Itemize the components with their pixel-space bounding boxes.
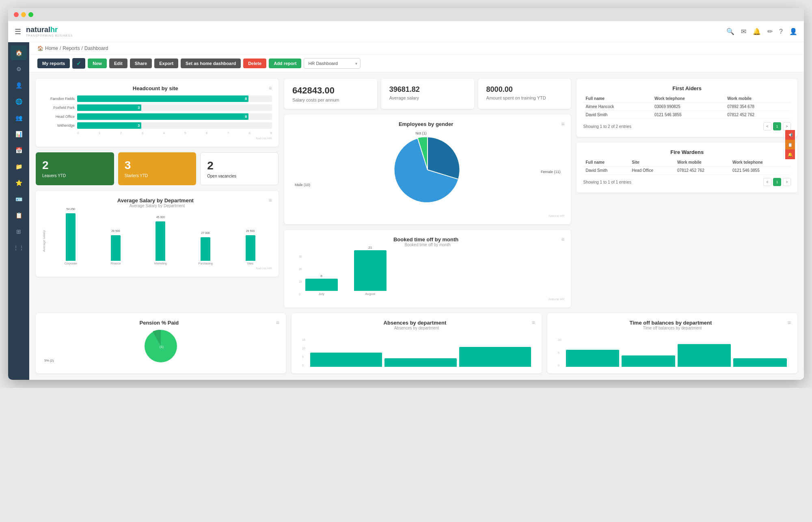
col-work-tel: Work telephone [652, 95, 725, 103]
new-button[interactable]: New [88, 58, 107, 68]
fire-wardens-showing: Showing 1 to 1 of 1 entries [583, 180, 631, 184]
fire-wardens-header-row: Full name Site Work mobile Work telephon… [583, 158, 791, 167]
sidebar-item-chart[interactable]: 📊 [11, 127, 27, 141]
kpi-vacancies-label: Open vacancies [207, 174, 272, 178]
avg-salary-yaxis: Average salary [42, 212, 46, 270]
edit-button[interactable]: Edit [109, 58, 127, 68]
absences-bars [310, 338, 531, 367]
sidebar-item-badge[interactable]: 🪪 [11, 192, 27, 206]
gender-title: Employees by gender [291, 121, 561, 127]
vbar-container: 54 250 Corporate 29 500 [48, 212, 272, 265]
maximize-btn[interactable] [28, 12, 33, 17]
side-btn-1[interactable]: 📢 [785, 130, 795, 140]
vbar-purchasing: 27 000 Purchasing [184, 237, 227, 265]
absences-menu-icon[interactable]: ≡ [532, 319, 535, 326]
gender-label-female: Female (11) [541, 170, 561, 174]
headcount-chart: Farndon Fields 8 Foxfield Park 3 [42, 95, 272, 140]
stat-training-label: Amount spent on training YTD [486, 95, 563, 100]
add-report-button[interactable]: Add report [269, 58, 301, 68]
export-button[interactable]: Export [154, 58, 178, 68]
next-page-button[interactable]: > [783, 122, 791, 130]
side-btn-3[interactable]: 🔔 [785, 149, 795, 159]
gender-pie [387, 129, 468, 210]
prev-page-button[interactable]: < [763, 178, 771, 186]
booked-menu-icon[interactable]: ≡ [561, 236, 564, 243]
breadcrumb-sep1: / [60, 45, 61, 51]
logo-text: naturalhr [26, 26, 73, 34]
side-notification-btns: 📢 📋 🔔 [785, 130, 795, 159]
stat-training-value: 8000.00 [486, 85, 563, 94]
sidebar-item-settings[interactable]: ⚙ [11, 62, 27, 76]
sidebar-item-star[interactable]: ⭐ [11, 175, 27, 190]
first-aiders-table: Full name Work telephone Work mobile Aim… [583, 95, 791, 119]
sidebar-item-globe[interactable]: 🌐 [11, 94, 27, 109]
gender-card: Employees by gender ≡ [284, 115, 571, 224]
dashboard-select[interactable]: HR Dashboard [304, 58, 361, 69]
sidebar-item-home[interactable]: 🏠 [11, 45, 27, 60]
side-btn-2[interactable]: 📋 [785, 140, 795, 149]
tob-bar1 [566, 350, 620, 367]
hamburger-icon[interactable]: ☰ [15, 27, 21, 36]
sidebar-item-list[interactable]: 📋 [11, 208, 27, 223]
sidebar-item-person[interactable]: 👤 [11, 78, 27, 93]
gender-menu-icon[interactable]: ≡ [561, 121, 564, 127]
abs-bar1 [310, 353, 382, 367]
stat-salary-value: 642843.00 [292, 85, 369, 96]
vbar-fill: 27 000 [201, 237, 210, 261]
check-button[interactable]: ✓ [72, 58, 85, 69]
cell-name: David Smith [583, 111, 652, 119]
close-btn[interactable] [14, 12, 19, 17]
bell-icon[interactable]: 🔔 [753, 28, 761, 35]
kpi-starters-label: Starters YTD [125, 173, 190, 178]
kpi-row: 2 Leavers YTD 3 Starters YTD 2 Open vaca… [36, 152, 279, 185]
hbar-fill: 8 [77, 95, 248, 102]
delete-button[interactable]: Delete [243, 58, 266, 68]
help-icon[interactable]: ? [779, 28, 783, 35]
page-1-button[interactable]: 1 [773, 178, 781, 186]
stat-salary: 642843.00 Salary costs per annum [284, 79, 377, 109]
table-row: David Smith 0121 546 3855 07812 452 762 [583, 111, 791, 119]
search-icon[interactable]: 🔍 [726, 28, 734, 35]
cell-work-mob: 07812 452 762 [725, 111, 791, 119]
stat-salary-label: Salary costs per annum [292, 97, 369, 102]
main-grid: Headcount by site ≡ Farndon Fields 8 [36, 79, 797, 308]
breadcrumb-home: Home [45, 45, 58, 51]
cell-site: Head Office [629, 167, 675, 175]
sidebar-item-grid[interactable]: ⋮⋮ [11, 240, 27, 255]
dashboard-select-wrapper: HR Dashboard [304, 58, 361, 69]
hbar-label: Foxfield Park [42, 106, 75, 110]
mail-icon[interactable]: ✉ [741, 28, 746, 35]
hbar-row-foxfield: Foxfield Park 3 [42, 104, 272, 111]
sidebar-item-layers[interactable]: ⊞ [11, 224, 27, 239]
sidebar-item-people[interactable]: 👥 [11, 110, 27, 125]
hbar-track: 3 [77, 122, 272, 129]
first-aiders-footer: Showing 1 to 2 of 2 entries < 1 > [583, 122, 791, 130]
breadcrumb-sep2: / [81, 45, 82, 51]
minimize-btn[interactable] [21, 12, 26, 17]
tob-menu-icon[interactable]: ≡ [788, 319, 791, 326]
time-off-balances-card: Time off balances by department ≡ Time o… [547, 313, 797, 373]
gender-watermark: Natural HR [291, 214, 565, 218]
my-reports-button[interactable]: My reports [37, 58, 70, 68]
share-button[interactable]: Share [130, 58, 152, 68]
right-column: First Aiders Full name Work telephone Wo… [577, 79, 797, 308]
tob-bar4 [733, 358, 787, 367]
avg-salary-title: Average Salary by Department [42, 197, 269, 204]
sidebar-item-folder[interactable]: 📁 [11, 159, 27, 174]
user-icon[interactable]: 👤 [789, 28, 797, 35]
hbar-track: 3 [77, 104, 272, 111]
pension-chart: (1) 5% (2) [42, 326, 279, 366]
sidebar: 🏠 ⚙ 👤 🌐 👥 📊 📅 📁 ⭐ 🪪 📋 ⊞ ⋮⋮ [8, 42, 29, 380]
pension-menu-icon[interactable]: ≡ [276, 319, 279, 326]
pension-pie: (1) [140, 326, 181, 366]
headcount-menu-icon[interactable]: ≡ [269, 85, 272, 91]
kpi-vacancies: 2 Open vacancies [200, 152, 279, 185]
next-page-button[interactable]: > [783, 178, 791, 186]
sidebar-item-calendar[interactable]: 📅 [11, 143, 27, 158]
page-1-button[interactable]: 1 [773, 122, 781, 130]
avg-salary-chart-area: Average salary 54 250 [42, 212, 272, 270]
avg-salary-menu-icon[interactable]: ≡ [269, 197, 272, 204]
set-home-button[interactable]: Set as home dashboard [181, 58, 241, 68]
pencil-icon[interactable]: ✏ [767, 28, 773, 35]
prev-page-button[interactable]: < [763, 122, 771, 130]
